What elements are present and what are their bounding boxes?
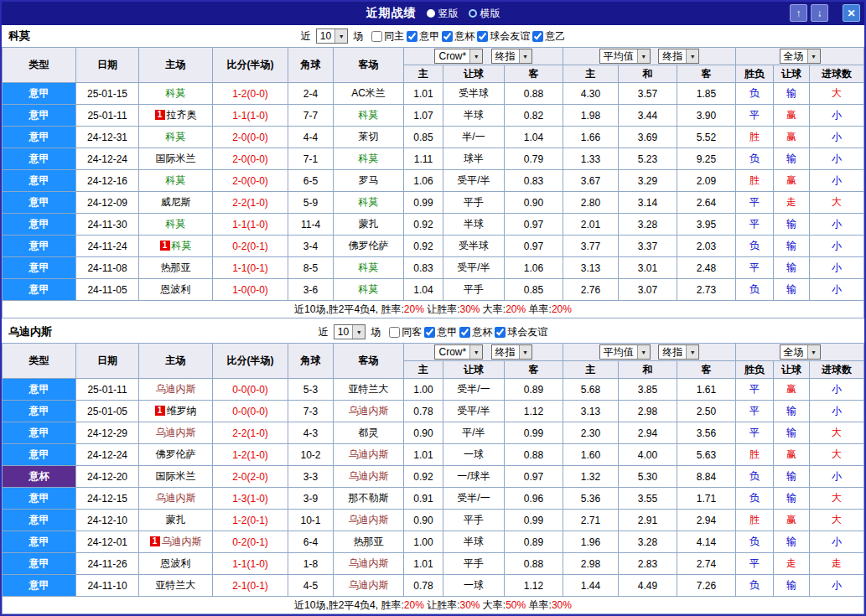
avg-away-odds-cell: 4.14 [677, 531, 736, 553]
filter-checkbox[interactable] [407, 31, 417, 42]
goals-result-cell: 大 [810, 510, 864, 531]
avg-away-odds-cell: 2.64 [677, 192, 736, 214]
corners-cell: 7-7 [288, 105, 334, 127]
team-label: 佛罗伦萨 [156, 448, 196, 460]
result-cell: 平 [736, 257, 774, 279]
filter-club-friendly[interactable]: 球会友谊 [477, 29, 530, 44]
team-label: 维罗纳 [167, 405, 197, 417]
filter-coppa-italia[interactable]: 意杯 [442, 29, 474, 44]
filter-checkbox[interactable] [495, 327, 506, 338]
handicap-away-odds-cell: 0.88 [505, 553, 563, 575]
bookmaker-select[interactable]: Crow*▼ [434, 49, 483, 64]
col-home: 主场 [139, 48, 213, 83]
radio-horizontal-layout[interactable]: 横版 [469, 7, 500, 21]
league-type-cell: 意甲 [3, 510, 76, 531]
final-odds-select[interactable]: 终指▼ [658, 49, 699, 64]
avg-draw-odds-cell: 3.85 [619, 379, 677, 401]
average-select[interactable]: 平均值▼ [599, 344, 651, 360]
handicap-line-cell: 半球 [443, 531, 505, 553]
goals-result-cell: 小 [810, 236, 864, 257]
filter-checkbox[interactable] [442, 31, 453, 42]
away-team-cell: 科莫 [334, 105, 404, 127]
average-select[interactable]: 平均值▼ [599, 49, 651, 64]
score-cell: 1-1(1-0) [213, 105, 288, 127]
league-type-cell: 意甲 [3, 279, 76, 301]
avg-away-odds-cell: 3.90 [677, 105, 736, 127]
away-team-cell: 罗马 [334, 170, 404, 192]
handicap-home-odds-cell: 0.92 [404, 236, 443, 257]
score-cell: 0-0(0-0) [213, 379, 288, 401]
score-cell: 1-1(1-0) [213, 553, 288, 575]
match-count-select[interactable]: 10▼ [316, 28, 348, 44]
match-row: 意甲24-12-09威尼斯2-2(1-0)5-9科莫0.99平手0.902.80… [3, 192, 864, 214]
scope-select[interactable]: 全场▼ [780, 49, 821, 64]
team-label: 蒙扎 [359, 218, 379, 230]
bookmaker-select[interactable]: Crow*▼ [434, 344, 483, 360]
filter-coppa-italia[interactable]: 意杯 [459, 325, 492, 339]
result-cell: 平 [736, 422, 774, 444]
filter-serie-b[interactable]: 意乙 [532, 29, 565, 44]
filter-checkbox[interactable] [532, 31, 543, 42]
avg-home-odds-cell: 3.13 [563, 401, 619, 422]
avg-away-odds-cell: 2.50 [677, 401, 736, 422]
avg-draw-odds-cell: 4.00 [619, 444, 677, 466]
home-team-cell: 科莫 [139, 214, 213, 236]
filter-checkbox[interactable] [477, 31, 488, 42]
chevron-down-icon: ▼ [807, 345, 820, 359]
filter-checkbox[interactable] [389, 327, 400, 338]
filter-same-home[interactable]: 同主 [371, 29, 404, 44]
close-button[interactable]: ✕ [843, 4, 860, 22]
final-odds-select[interactable]: 终指▼ [491, 49, 532, 64]
subcol-handicap-result: 让球 [774, 65, 810, 83]
summary-segment: 大率: [480, 303, 506, 315]
filter-checkbox[interactable] [424, 327, 435, 338]
handicap-home-odds-cell: 1.00 [404, 531, 443, 553]
move-up-button[interactable]: ↑ [790, 4, 807, 22]
handicap-away-odds-cell: 0.88 [505, 444, 563, 466]
team-name: 科莫 [8, 28, 30, 44]
goals-result-cell: 大 [810, 83, 864, 105]
corners-cell: 4-3 [288, 422, 334, 444]
final-odds-select[interactable]: 终指▼ [491, 344, 532, 360]
filter-checkbox[interactable] [459, 327, 470, 338]
move-down-button[interactable]: ↓ [811, 4, 828, 22]
avg-home-odds-cell: 1.44 [563, 575, 619, 597]
team-label: 科莫 [359, 109, 379, 121]
filter-same-away[interactable]: 同客 [389, 325, 422, 339]
league-type-cell: 意甲 [3, 488, 76, 510]
handicap-result-cell: 走 [774, 553, 810, 575]
away-team-cell: 都灵 [334, 422, 404, 444]
filter-serie-a[interactable]: 意甲 [407, 29, 439, 44]
away-team-cell: 乌迪内斯 [334, 401, 404, 422]
subcol-handicap-result: 让球 [774, 361, 810, 379]
handicap-home-odds-cell: 0.92 [404, 466, 443, 488]
result-cell: 负 [736, 83, 774, 105]
chevron-down-icon: ▼ [334, 29, 347, 43]
radio-vertical-layout[interactable]: 竖版 [427, 7, 459, 21]
corners-cell: 8-5 [288, 257, 334, 279]
scope-select[interactable]: 全场▼ [780, 344, 821, 360]
col-away: 客场 [334, 344, 404, 379]
score-cell: 1-1(1-0) [213, 214, 288, 236]
handicap-home-odds-cell: 0.78 [404, 401, 443, 422]
filter-serie-a[interactable]: 意甲 [424, 325, 457, 339]
subcol-result: 胜负 [736, 65, 774, 83]
corners-cell: 6-4 [288, 531, 334, 553]
filter-club-friendly[interactable]: 球会友谊 [495, 325, 547, 339]
games-label: 场 [353, 29, 363, 44]
subcol-avg-home: 主 [563, 361, 619, 379]
handicap-line-cell: 受半/一 [443, 488, 505, 510]
filter-checkbox[interactable] [371, 31, 382, 42]
date-cell: 24-11-30 [76, 214, 139, 236]
match-count-select[interactable]: 10▼ [334, 324, 366, 339]
date-cell: 24-12-24 [76, 444, 139, 466]
result-cell: 平 [736, 105, 774, 127]
match-row: 意甲24-11-30科莫1-1(1-0)11-4蒙扎0.92半球0.972.01… [3, 214, 864, 236]
corners-cell: 6-5 [288, 170, 334, 192]
filters-bar: 近 10▼ 场 同主意甲意杯球会友谊意乙 [301, 28, 565, 44]
subcol-away-odds: 客 [505, 65, 563, 83]
match-row: 意甲24-12-011乌迪内斯0-2(0-1)6-4热那亚1.00半球0.891… [3, 531, 864, 553]
final-odds-select[interactable]: 终指▼ [658, 344, 699, 360]
handicap-away-odds-cell: 0.85 [505, 279, 563, 301]
handicap-away-odds-cell: 0.89 [505, 531, 563, 553]
